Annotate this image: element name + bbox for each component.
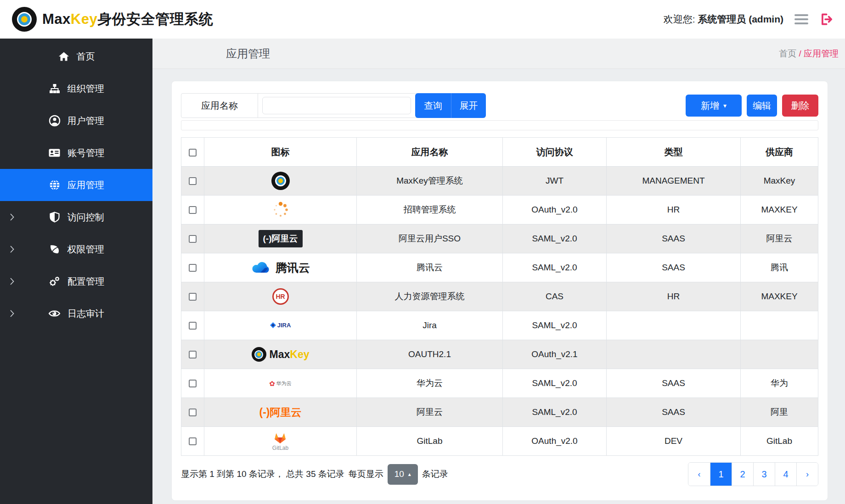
- cell-protocol: JWT: [503, 167, 607, 196]
- table-header-row: 图标 应用名称 访问协议 类型 供应商: [181, 138, 818, 167]
- cell-vendor: 腾讯: [741, 253, 818, 282]
- user-circle-icon: [49, 115, 61, 127]
- row-checkbox[interactable]: [189, 380, 197, 387]
- row-checkbox[interactable]: [189, 264, 197, 272]
- select-all-checkbox[interactable]: [189, 149, 197, 157]
- table-row[interactable]: 腾讯云 腾讯云 SAML_v2.0 SAAS 腾讯: [181, 253, 818, 282]
- sidebar-item-users[interactable]: 用户管理: [0, 105, 152, 137]
- sidebar-item-audit[interactable]: 日志审计: [0, 297, 152, 330]
- cell-category: MANAGEMENT: [607, 167, 741, 196]
- cell-vendor: MaxKey: [741, 167, 818, 196]
- table-row[interactable]: ✿华为云 华为云 SAML_v2.0 SAAS 华为: [181, 369, 818, 398]
- col-category: 类型: [607, 138, 741, 167]
- row-checkbox[interactable]: [189, 235, 197, 243]
- table-row[interactable]: MaxKey管理系统 JWT MANAGEMENT MaxKey: [181, 167, 818, 196]
- breadcrumb-home-link[interactable]: 首页: [779, 49, 796, 58]
- prev-page-button[interactable]: ‹: [688, 463, 710, 486]
- brand: MaxKey身份安全管理系统: [12, 7, 213, 32]
- sidebar-item-permissions[interactable]: 权限管理: [0, 233, 152, 265]
- delete-button[interactable]: 删除: [782, 95, 818, 117]
- table-row[interactable]: MaxKey OAUTH2.1 OAuth_v2.1: [181, 340, 818, 369]
- row-checkbox[interactable]: [189, 177, 197, 185]
- id-card-icon: [48, 147, 61, 159]
- cell-protocol: OAuth_v2.0: [503, 427, 607, 456]
- row-checkbox[interactable]: [189, 293, 197, 301]
- next-page-button[interactable]: ›: [796, 463, 818, 486]
- select-all-header: [181, 138, 204, 167]
- row-checkbox[interactable]: [189, 206, 197, 214]
- cell-app-name: OAUTH2.1: [357, 340, 503, 369]
- app-name-input[interactable]: [262, 97, 411, 114]
- sidebar-item-config[interactable]: 配置管理: [0, 265, 152, 297]
- maxkey-icon: [271, 172, 290, 190]
- col-protocol: 访问协议: [503, 138, 607, 167]
- sidebar-item-accounts[interactable]: 账号管理: [0, 137, 152, 169]
- col-app-name: 应用名称: [357, 138, 503, 167]
- cell-app-name: 招聘管理系统: [357, 196, 503, 224]
- cell-category: DEV: [607, 427, 741, 456]
- maxkey-logo-icon: [12, 7, 37, 32]
- edit-button[interactable]: 编辑: [747, 95, 777, 117]
- search-label: 应用名称: [181, 94, 258, 118]
- cell-app-name: GitLab: [357, 427, 503, 456]
- spinner-dots-icon: [271, 201, 290, 219]
- add-button[interactable]: 新增▾: [686, 95, 742, 117]
- cell-protocol: SAML_v2.0: [503, 311, 607, 340]
- query-button[interactable]: 查询: [415, 93, 451, 118]
- row-checkbox[interactable]: [189, 437, 197, 445]
- cell-vendor: MAXKEY: [741, 282, 818, 311]
- cell-vendor: 阿里云: [741, 224, 818, 253]
- topbar: MaxKey身份安全管理系统 欢迎您: 系统管理员 (admin): [0, 0, 845, 39]
- cell-vendor: 阿里: [741, 398, 818, 427]
- page-button-1[interactable]: 1: [710, 463, 732, 486]
- table-row[interactable]: JIRA Jira SAML_v2.0: [181, 311, 818, 340]
- page-button-3[interactable]: 3: [753, 463, 775, 486]
- menu-toggle-icon[interactable]: [794, 14, 808, 24]
- jira-icon: [270, 322, 276, 328]
- cell-protocol: SAML_v2.0: [503, 253, 607, 282]
- gitlab-logo: GitLab: [272, 445, 288, 451]
- expand-button[interactable]: 展开: [451, 93, 486, 118]
- page-button-2[interactable]: 2: [732, 463, 753, 486]
- table-row[interactable]: (-)阿里云 阿里云用户SSO SAML_v2.0 SAAS 阿里云: [181, 224, 818, 253]
- jira-logo: JIRA: [277, 322, 291, 329]
- cell-category: HR: [607, 282, 741, 311]
- table-row[interactable]: (-)阿里云 阿里云 SAML_v2.0 SAAS 阿里: [181, 398, 818, 427]
- home-icon: [58, 50, 70, 62]
- huawei-icon: ✿: [269, 380, 275, 387]
- aliyun-orange-logo: (-)阿里云: [259, 405, 302, 420]
- row-checkbox[interactable]: [189, 351, 197, 358]
- cell-vendor: GitLab: [741, 427, 818, 456]
- apps-table: 图标 应用名称 访问协议 类型 供应商 MaxKey管理系统 JWT MANAG…: [181, 137, 818, 456]
- caret-down-icon: ▾: [723, 102, 727, 109]
- cell-protocol: CAS: [503, 282, 607, 311]
- sidebar-item-apps[interactable]: 应用管理: [0, 169, 152, 201]
- row-checkbox[interactable]: [189, 322, 197, 330]
- cell-app-name: 腾讯云: [357, 253, 503, 282]
- row-checkbox[interactable]: [189, 409, 197, 416]
- cell-category: [607, 311, 741, 340]
- maxkey-full-logo: MaxKey: [252, 347, 310, 362]
- cell-app-name: 阿里云用户SSO: [357, 224, 503, 253]
- pagination: ‹ 1 2 3 4 ›: [688, 462, 818, 486]
- cell-category: HR: [607, 196, 741, 224]
- search-form: 应用名称 查询 展开: [181, 93, 486, 118]
- page-size-select[interactable]: 10▴: [388, 464, 418, 485]
- page-button-4[interactable]: 4: [775, 463, 796, 486]
- cell-protocol: SAML_v2.0: [503, 369, 607, 398]
- table-row[interactable]: 招聘管理系统 OAuth_v2.0 HR MAXKEY: [181, 196, 818, 224]
- table-row[interactable]: HR 人力资源管理系统 CAS HR MAXKEY: [181, 282, 818, 311]
- sidebar-item-home[interactable]: 首页: [0, 40, 152, 73]
- cell-category: SAAS: [607, 398, 741, 427]
- logout-icon[interactable]: [819, 12, 833, 26]
- table-toolbar-strip: [181, 120, 818, 130]
- breadcrumb: 首页 / 应用管理: [779, 48, 839, 60]
- globe-icon: [49, 179, 61, 191]
- cell-vendor: [741, 311, 818, 340]
- cell-protocol: OAuth_v2.1: [503, 340, 607, 369]
- table-row[interactable]: GitLab GitLab OAuth_v2.0 DEV GitLab: [181, 427, 818, 456]
- sidebar-item-access-control[interactable]: 访问控制: [0, 201, 152, 233]
- sidebar-item-org[interactable]: 组织管理: [0, 73, 152, 105]
- breadcrumb-current: 应用管理: [804, 49, 839, 58]
- brand-title: MaxKey身份安全管理系统: [42, 10, 213, 29]
